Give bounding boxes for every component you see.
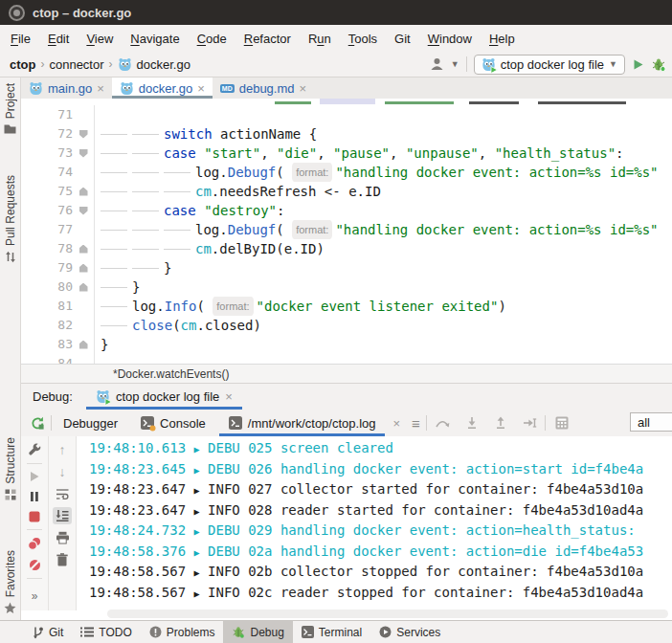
tab-debugger[interactable]: Debugger (52, 410, 129, 436)
fold-marker[interactable] (73, 277, 94, 297)
close-icon[interactable]: × (225, 390, 233, 403)
log-filter-select[interactable]: all (630, 412, 672, 432)
stop-icon[interactable] (29, 511, 40, 522)
editor-tab-docker-go[interactable]: docker.go× (112, 78, 213, 99)
code-line-74[interactable]: 74log.Debugf( format:"handling docker ev… (21, 163, 672, 182)
tab-log-file[interactable]: /mnt/work/ctop/ctop.log (217, 410, 388, 436)
code-line-77[interactable]: 77log.Debugf( format:"handling docker ev… (21, 220, 672, 239)
evaluate-expression-icon[interactable] (546, 416, 578, 430)
code-line-81[interactable]: 81log.Info( format:"docker event listene… (21, 297, 672, 316)
tool-window-button-favorites[interactable]: Favorites (0, 550, 20, 614)
run-button[interactable] (632, 58, 644, 71)
view-breakpoints-icon[interactable] (28, 537, 41, 550)
print-icon[interactable] (56, 531, 70, 544)
down-stack-icon[interactable]: ↓ (59, 465, 66, 478)
log-line-02b: 19:48:58.567 ▶ INFO 02b collector stoppe… (89, 562, 672, 583)
menu-help[interactable]: Help (481, 32, 524, 46)
editor-tab-debug-md[interactable]: MDdebug.md× (213, 78, 314, 99)
code-line-79[interactable]: 79} (21, 258, 672, 277)
run-configuration-select[interactable]: ctop docker log file ▼ (474, 55, 625, 75)
clear-all-icon[interactable] (56, 553, 68, 566)
fold-marker[interactable] (73, 239, 94, 258)
settings-wrench-icon[interactable] (28, 443, 41, 456)
debug-panel-label: Debug: (33, 389, 73, 404)
step-over-icon[interactable] (427, 416, 458, 430)
step-out-icon[interactable] (486, 416, 515, 430)
code-line-82[interactable]: 82close(cm.closed) (21, 316, 672, 335)
breadcrumb-file[interactable]: docker.go (137, 57, 190, 72)
go-run-config-icon (482, 57, 496, 72)
status-bar-item-services[interactable]: Services (370, 621, 449, 643)
star-icon (4, 602, 16, 614)
hamburger-menu-icon[interactable]: ≡ (406, 415, 426, 432)
code-line-73[interactable]: 73case "start", "die", "pause", "unpause… (21, 144, 672, 163)
fold-marker[interactable] (73, 182, 94, 201)
horizontal-scrollbar[interactable] (107, 610, 668, 618)
menu-tools[interactable]: Tools (340, 32, 386, 46)
line-number: 76 (21, 201, 73, 220)
fold-marker[interactable] (73, 201, 94, 220)
code-line-76[interactable]: 76case "destroy": (21, 201, 672, 220)
tool-window-button-pull-requests[interactable]: Pull Requests (0, 175, 20, 263)
method-breadcrumb[interactable]: *Docker.watchEvents() (113, 367, 229, 381)
mute-breakpoints-icon[interactable] (29, 559, 41, 571)
menu-file[interactable]: File (2, 32, 39, 46)
fold-marker[interactable] (73, 258, 94, 277)
code-line-71[interactable]: 71 (21, 105, 672, 124)
debug-button[interactable] (651, 57, 666, 72)
fold-marker (73, 297, 94, 316)
code-line-78[interactable]: 78cm.delByID(e.ID) (21, 239, 672, 258)
status-bar-item-debug[interactable]: Debug (223, 621, 292, 643)
scroll-to-end-icon[interactable] (53, 507, 72, 524)
code-line-75[interactable]: 75cm.needsRefresh <- e.ID (21, 182, 672, 201)
soft-wrap-icon[interactable] (56, 487, 70, 500)
menu-refactor[interactable]: Refactor (235, 32, 300, 46)
menu-code[interactable]: Code (189, 32, 235, 46)
pause-program-icon[interactable] (30, 491, 39, 502)
menu-navigate[interactable]: Navigate (122, 32, 188, 46)
status-bar-item-terminal[interactable]: Terminal (293, 621, 370, 643)
rerun-button[interactable] (31, 416, 45, 431)
menu-view[interactable]: View (78, 32, 122, 46)
menu-git[interactable]: Git (386, 32, 419, 46)
code-line-83[interactable]: 83} (21, 335, 672, 354)
close-icon[interactable]: × (300, 82, 307, 95)
step-into-icon[interactable] (458, 416, 486, 430)
close-icon[interactable]: × (197, 82, 205, 95)
more-actions-icon[interactable]: » (32, 589, 38, 603)
tool-window-button-structure[interactable]: Structure (0, 437, 20, 500)
resume-program-icon[interactable] (29, 471, 40, 482)
debug-session-tab[interactable]: ctop docker log file × (86, 384, 242, 410)
code-line-72[interactable]: 72switch actionName { (21, 124, 672, 144)
vcs-users-icon[interactable] (430, 57, 444, 71)
pr-icon (5, 251, 16, 263)
ide-window: ctop – docker.go FileEditViewNavigateCod… (0, 0, 672, 643)
fold-marker[interactable] (73, 144, 94, 163)
tool-window-button-project[interactable]: Project (0, 83, 20, 134)
menu-bar: FileEditViewNavigateCodeRefactorRunTools… (0, 25, 672, 52)
status-bar-item-todo[interactable]: TODO (72, 621, 140, 643)
code-line-80[interactable]: 80} (21, 277, 672, 297)
fold-marker[interactable] (73, 335, 94, 354)
close-icon[interactable]: × (97, 82, 104, 95)
breadcrumb-package[interactable]: connector (49, 57, 103, 72)
status-bar-item-problems[interactable]: Problems (141, 621, 224, 643)
go-file-icon (120, 81, 134, 96)
code-line-84[interactable]: 84 (21, 354, 672, 364)
log-output[interactable]: 19:48:10.613 ▶ DEBU 025 screen cleared19… (77, 436, 672, 610)
menu-window[interactable]: Window (419, 32, 481, 46)
run-to-cursor-icon[interactable] (515, 416, 545, 430)
console-icon (229, 416, 242, 430)
menu-run[interactable]: Run (300, 32, 340, 46)
fold-marker[interactable] (73, 124, 94, 144)
menu-edit[interactable]: Edit (39, 32, 78, 46)
code-editor[interactable]: 7172switch actionName {73case "start", "… (21, 99, 672, 364)
close-icon[interactable]: × (387, 417, 406, 430)
up-stack-icon[interactable]: ↑ (59, 443, 66, 456)
breadcrumb-project[interactable]: ctop (10, 57, 35, 72)
debug-session-tab-label: ctop docker log file (116, 389, 219, 404)
status-bar-item-git[interactable]: Git (23, 621, 72, 643)
window-control-button[interactable] (9, 5, 25, 21)
editor-tab-main-go[interactable]: main.go× (21, 78, 112, 99)
tab-console[interactable]: Console (129, 410, 217, 436)
